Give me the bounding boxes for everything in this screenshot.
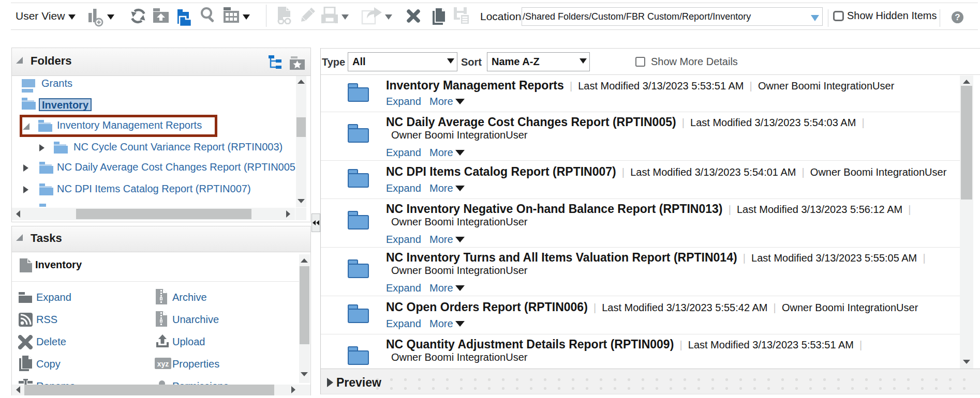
svg-text:xyz: xyz [157, 360, 169, 368]
